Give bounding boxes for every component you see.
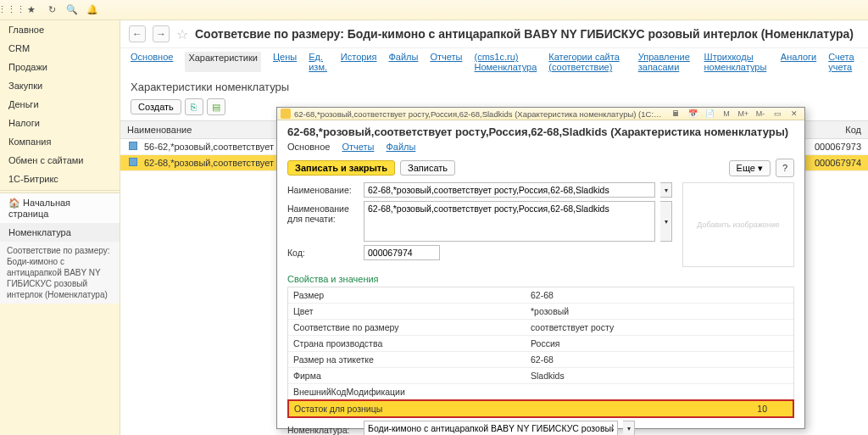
label-printname: Наименование для печати: — [287, 201, 359, 224]
sidebar-item[interactable]: Главное — [0, 20, 120, 39]
popup-tab[interactable]: Отчеты — [342, 142, 374, 152]
create-button[interactable]: Создать — [131, 99, 181, 114]
help-button[interactable]: ? — [776, 159, 794, 177]
properties-header: Свойства и значения — [277, 272, 804, 287]
tab-active[interactable]: Характеристики — [185, 52, 261, 72]
row-icon — [129, 142, 137, 150]
property-row[interactable]: Размер62-68 — [288, 287, 793, 304]
doc-icon[interactable]: 📄 — [703, 108, 716, 120]
popup-tab-active[interactable]: Основное — [287, 142, 330, 152]
apps-icon[interactable]: ⋮⋮⋮ — [5, 4, 17, 16]
sidebar-item[interactable]: Закупки — [0, 76, 120, 95]
prop-value — [526, 384, 793, 399]
sidebar-item[interactable]: Компания — [0, 132, 120, 151]
tab[interactable]: Счета учета — [828, 52, 858, 72]
printname-input[interactable]: 62-68,*розовый,соответствует росту,Росси… — [364, 201, 655, 242]
bell-icon[interactable]: 🔔 — [86, 4, 98, 16]
label-nomenclature: Номенклатура: — [287, 422, 359, 435]
search-icon[interactable]: 🔍 — [66, 4, 78, 16]
back-button[interactable]: ← — [129, 25, 146, 42]
tab[interactable]: Управление запасами — [638, 52, 693, 72]
sidebar-breadcrumb: Соответствие по размеру: Боди-кимоно с а… — [0, 242, 120, 304]
prop-label: Фирма — [288, 368, 526, 383]
calc-icon[interactable]: 🖩 — [669, 108, 682, 120]
app-icon — [281, 109, 291, 119]
tab[interactable]: Аналоги — [781, 52, 816, 72]
forward-button[interactable]: → — [153, 25, 170, 42]
name-input[interactable] — [364, 182, 655, 198]
sidebar-nomenclature[interactable]: Номенклатура — [0, 223, 120, 242]
star-icon[interactable]: ★ — [25, 4, 37, 16]
properties-table: Размер62-68 Цвет*розовый Соответствие по… — [287, 287, 794, 417]
copy-icon[interactable]: ⎘ — [185, 98, 203, 115]
save-button[interactable]: Записать — [400, 160, 455, 176]
popup-tab[interactable]: Файлы — [386, 142, 415, 152]
prop-value: *розовый — [526, 304, 793, 319]
prop-value: Sladkids — [526, 368, 793, 383]
property-row[interactable]: ВнешнийКодМодификации — [288, 384, 793, 400]
image-dropzone[interactable]: Добавить изображение — [682, 182, 794, 267]
popup-titlebar[interactable]: 62-68,*розовый,соответствует росту,Росси… — [277, 108, 804, 120]
prop-label: Страна производства — [288, 336, 526, 351]
tab[interactable]: Категории сайта (соответствие) — [548, 52, 626, 72]
tab[interactable]: История — [341, 52, 377, 72]
main-tabs: Основное Характеристики Цены Ед. изм. Ис… — [120, 48, 868, 75]
property-row[interactable]: Размер на этикетке62-68 — [288, 352, 793, 368]
favorite-icon[interactable]: ☆ — [176, 26, 188, 42]
more-label: Еще — [737, 163, 755, 173]
list-icon[interactable]: ▤ — [207, 98, 225, 115]
prop-value: 62-68 — [526, 352, 793, 367]
property-row-highlighted[interactable]: Остаток для розницы10 — [287, 399, 794, 418]
row-icon — [129, 158, 137, 166]
prop-label: Размер — [288, 287, 526, 303]
popup-window-title: 62-68,*розовый,соответствует росту,Росси… — [294, 109, 665, 119]
prop-label: Остаток для розницы — [289, 401, 526, 416]
label-name: Наименование: — [287, 182, 359, 195]
dropdown-icon[interactable]: ▾ — [660, 182, 672, 198]
prop-value: Россия — [526, 336, 793, 351]
property-row[interactable]: ФирмаSladkids — [288, 368, 793, 384]
page-title: Соответсвие по размеру: Боди-кимоно с ан… — [195, 27, 854, 41]
property-row[interactable]: Цвет*розовый — [288, 304, 793, 320]
nomenclature-input[interactable] — [364, 421, 618, 435]
mem-mplus[interactable]: M+ — [737, 108, 750, 120]
close-icon[interactable]: ✕ — [787, 108, 801, 120]
sidebar-item[interactable]: Продажи — [0, 58, 120, 76]
tab[interactable]: Файлы — [388, 52, 418, 72]
save-close-button[interactable]: Записать и закрыть — [287, 160, 395, 176]
tab[interactable]: (cms1c.ru) Номенклатура — [474, 52, 537, 72]
code-input[interactable] — [364, 245, 440, 260]
prop-label: Соответствие по размеру — [288, 320, 526, 335]
mem-m[interactable]: M — [720, 108, 733, 120]
prop-value: 62-68 — [526, 287, 793, 303]
prop-value: 10 — [526, 401, 793, 416]
property-row[interactable]: Страна производстваРоссия — [288, 336, 793, 352]
sidebar-item[interactable]: 1С-Битрикс — [0, 170, 120, 188]
property-row[interactable]: Соответствие по размерусоответствует рос… — [288, 320, 793, 336]
sidebar-item[interactable]: CRM — [0, 39, 120, 58]
tab[interactable]: Ед. изм. — [309, 52, 329, 72]
popup-window: 62-68,*розовый,соответствует росту,Росси… — [276, 107, 805, 429]
tab[interactable]: Цены — [273, 52, 297, 72]
cal-icon[interactable]: 📅 — [686, 108, 699, 120]
sidebar-home[interactable]: 🏠 Начальная страница — [0, 193, 120, 223]
tab[interactable]: Штрихкоды номенклатуры — [704, 52, 769, 72]
dropdown-icon[interactable]: ▾ — [660, 201, 672, 242]
minimize-icon[interactable]: ▭ — [771, 108, 784, 120]
tab[interactable]: Отчеты — [430, 52, 462, 72]
sidebar-item[interactable]: Обмен с сайтами — [0, 151, 120, 170]
label-code: Код: — [287, 245, 359, 258]
tab[interactable]: Основное — [131, 52, 173, 72]
sidebar: Главное CRM Продажи Закупки Деньги Налог… — [0, 20, 120, 435]
sidebar-item[interactable]: Налоги — [0, 114, 120, 132]
history-icon[interactable]: ↻ — [46, 4, 58, 16]
prop-label: Размер на этикетке — [288, 352, 526, 367]
dropdown-icon[interactable]: ▾ — [623, 421, 635, 435]
sidebar-item[interactable]: Деньги — [0, 95, 120, 114]
more-button[interactable]: Еще ▾ — [729, 160, 771, 176]
popup-title: 62-68,*розовый,соответствует росту,Росси… — [277, 120, 804, 140]
prop-label: Цвет — [288, 304, 526, 319]
prop-value: соответствует росту — [526, 320, 793, 335]
top-toolbar: ⋮⋮⋮ ★ ↻ 🔍 🔔 — [0, 0, 868, 20]
mem-mminus[interactable]: M- — [754, 108, 767, 120]
